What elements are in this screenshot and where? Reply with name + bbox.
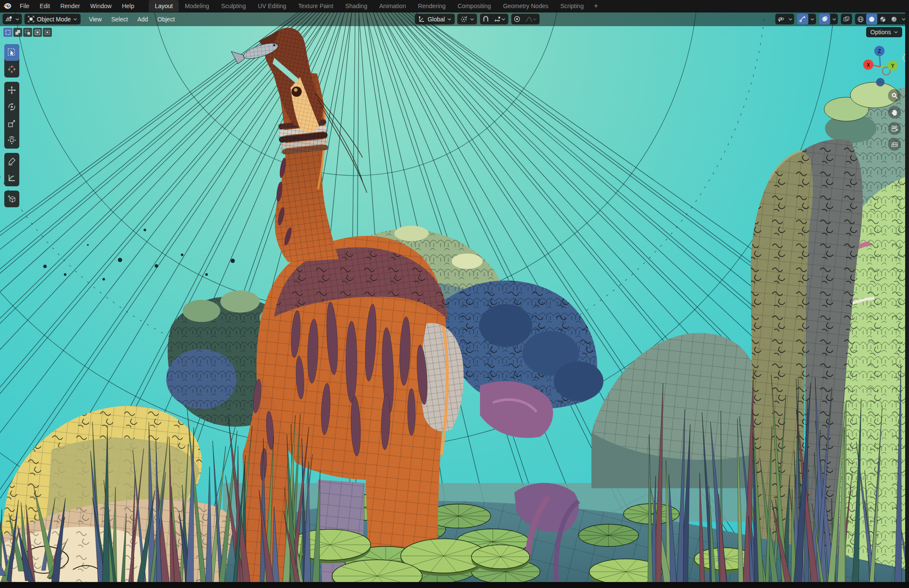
pan-button[interactable] <box>888 106 901 119</box>
menu-select[interactable]: Select <box>106 16 132 23</box>
viewport-canvas[interactable] <box>0 0 909 588</box>
topbar: File Edit Render Window Help Layout Mode… <box>0 0 909 12</box>
gizmo-chevron[interactable] <box>808 14 816 24</box>
tool-cursor[interactable] <box>4 61 19 78</box>
sidebar-toggle-arrow[interactable] <box>902 53 906 64</box>
show-overlays-toggle[interactable] <box>819 14 830 24</box>
snap-target-dropdown[interactable] <box>491 14 508 24</box>
tab-scripting[interactable]: Scripting <box>554 0 589 12</box>
gizmos-group <box>797 14 816 24</box>
falloff-curve-icon <box>525 16 533 22</box>
bottom-editor-edge[interactable] <box>0 582 909 588</box>
menu-file[interactable]: File <box>15 0 35 12</box>
add-cube-icon <box>7 194 16 203</box>
shading-wireframe-button[interactable] <box>855 14 866 24</box>
show-gizmo-toggle[interactable] <box>797 14 808 24</box>
pivot-point-icon <box>460 16 468 23</box>
menu-object[interactable]: Object <box>153 16 179 23</box>
transform-orientation-dropdown[interactable]: Global <box>415 14 455 24</box>
tab-sculpting[interactable]: Sculpting <box>215 0 252 12</box>
select-mode-subtract[interactable] <box>23 28 32 37</box>
tab-layout[interactable]: Layout <box>149 0 179 12</box>
move-icon <box>7 86 16 95</box>
mode-dropdown-value: Object Mode <box>37 16 71 23</box>
wireframe-sphere-icon <box>857 16 864 23</box>
xray-toggle[interactable] <box>841 14 852 24</box>
tab-texture-paint[interactable]: Texture Paint <box>292 0 339 12</box>
pivot-point-dropdown[interactable] <box>457 14 477 24</box>
tool-select-box[interactable] <box>4 44 19 61</box>
proportional-editing-icon <box>514 16 520 22</box>
magnet-icon <box>483 16 489 22</box>
gizmo-z-label: Z <box>878 48 881 54</box>
camera-icon <box>891 125 898 132</box>
gizmo-axis-z-negative[interactable] <box>876 78 885 87</box>
chevron-down-icon <box>832 18 836 21</box>
perspective-toggle-button[interactable] <box>888 138 901 151</box>
chevron-down-icon <box>894 31 898 33</box>
object-visibility-dropdown[interactable] <box>775 14 786 24</box>
tab-shading[interactable]: Shading <box>339 0 373 12</box>
visibility-chevron[interactable] <box>786 14 794 24</box>
tool-annotate[interactable] <box>4 153 19 170</box>
chevron-down-icon <box>789 18 792 21</box>
tab-modeling[interactable]: Modeling <box>179 0 215 12</box>
gizmo-icon <box>799 16 806 22</box>
navigation-gizmo[interactable]: Z X Y <box>860 45 901 87</box>
select-mode-intersect[interactable] <box>43 28 52 37</box>
tool-add-cube[interactable] <box>4 191 19 207</box>
overlays-group <box>819 14 838 24</box>
options-button[interactable]: Options <box>866 27 902 37</box>
measure-ruler-icon <box>7 173 16 182</box>
tab-rendering[interactable]: Rendering <box>412 0 452 12</box>
menu-window[interactable]: Window <box>85 0 117 12</box>
shading-solid-button[interactable] <box>866 14 877 24</box>
object-mode-icon <box>28 16 34 22</box>
rotate-icon <box>7 102 16 111</box>
chevron-down-icon <box>501 18 505 21</box>
menu-add[interactable]: Add <box>132 16 153 23</box>
mode-dropdown[interactable]: Object Mode <box>24 14 81 24</box>
material-sphere-icon <box>879 16 886 23</box>
overlays-chevron[interactable] <box>830 14 838 24</box>
menu-render[interactable]: Render <box>55 0 85 12</box>
select-mode-extend[interactable] <box>13 28 22 37</box>
tool-move[interactable] <box>4 82 19 98</box>
chevron-down-icon <box>447 18 451 21</box>
camera-view-button[interactable] <box>888 122 901 135</box>
select-mode-row <box>3 28 52 37</box>
proportional-falloff-dropdown[interactable] <box>522 14 540 24</box>
menu-edit[interactable]: Edit <box>35 0 55 12</box>
select-mode-set[interactable] <box>3 28 12 37</box>
tab-geometry-nodes[interactable]: Geometry Nodes <box>497 0 555 12</box>
workspace-tabs: Layout Modeling Sculpting UV Editing Tex… <box>149 0 602 12</box>
tool-scale[interactable] <box>4 115 19 132</box>
ortho-grid-icon <box>891 141 898 148</box>
zoom-button[interactable] <box>888 89 901 102</box>
shading-chevron[interactable] <box>900 14 907 24</box>
tab-compositing[interactable]: Compositing <box>452 0 497 12</box>
menu-view[interactable]: View <box>84 16 106 23</box>
proportional-edit-group <box>511 14 540 24</box>
rendered-sphere-icon <box>891 16 897 23</box>
shading-rendered-button[interactable] <box>888 14 900 24</box>
visibility-eye-icon <box>777 16 785 22</box>
snap-toggle[interactable] <box>480 14 491 24</box>
tab-uv-editing[interactable]: UV Editing <box>252 0 292 12</box>
tool-measure[interactable] <box>4 170 19 186</box>
select-mode-invert[interactable] <box>33 28 42 37</box>
shading-material-button[interactable] <box>877 14 888 24</box>
tab-animation[interactable]: Animation <box>373 0 412 12</box>
editor-type-selector[interactable] <box>3 14 22 24</box>
proportional-editing-toggle[interactable] <box>511 14 522 24</box>
xray-group <box>841 14 852 24</box>
blender-logo-icon[interactable] <box>0 3 15 9</box>
scale-icon <box>7 119 16 128</box>
tool-transform[interactable] <box>4 132 19 149</box>
region-divider[interactable] <box>905 12 909 588</box>
pan-hand-icon <box>891 109 898 116</box>
menu-help[interactable]: Help <box>117 0 139 12</box>
add-workspace-button[interactable]: + <box>590 0 602 12</box>
chevron-down-icon <box>533 18 537 21</box>
tool-rotate[interactable] <box>4 98 19 115</box>
